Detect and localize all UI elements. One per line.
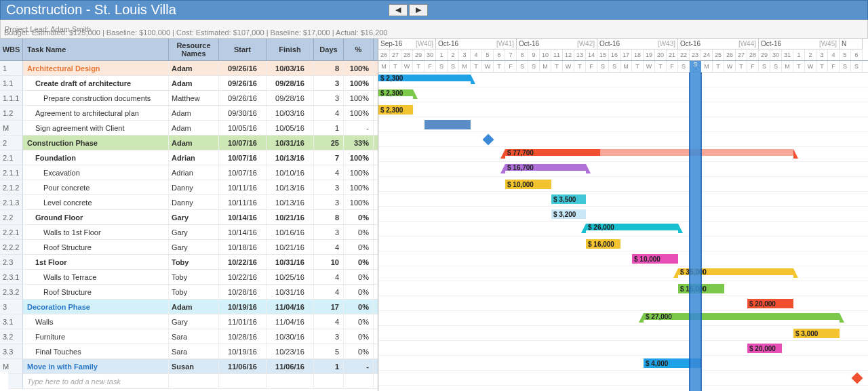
cell-resource[interactable]: Toby	[169, 285, 219, 299]
cell-pct[interactable]: 100%	[344, 91, 374, 105]
gantt-task-bar[interactable]: $ 16,000	[586, 239, 620, 249]
task-row[interactable]: 2.2.2Roof StructureGary10/18/1610/21/164…	[0, 240, 378, 255]
task-row[interactable]: 1.2Agreement to architectural planAdam09…	[0, 106, 378, 121]
cell-days[interactable]: 8	[314, 210, 344, 224]
cell-days[interactable]: 3	[314, 329, 344, 344]
cell-days[interactable]: 4	[314, 165, 344, 180]
cell-start[interactable]: 10/14/16	[219, 210, 267, 224]
gantt-task-bar[interactable]: $ 3,500	[551, 194, 586, 204]
cell-resource[interactable]: Adrian	[169, 150, 219, 165]
cell-finish[interactable]: 11/04/16	[267, 300, 314, 314]
cell-finish[interactable]: 10/03/16	[267, 61, 314, 75]
cell-resource[interactable]: Gary	[169, 210, 219, 224]
cell-finish[interactable]: 11/06/16	[267, 359, 314, 373]
cell-finish[interactable]: 10/13/16	[267, 150, 314, 165]
cell-resource[interactable]: Gary	[169, 240, 219, 254]
gantt-milestone[interactable]	[851, 373, 863, 384]
cell-task-name[interactable]: Foundation	[23, 150, 169, 165]
cell-start[interactable]: 09/26/16	[219, 76, 267, 90]
cell-start[interactable]: 10/28/16	[219, 285, 267, 299]
task-row[interactable]: 2.1.1ExcavationAdrian10/07/1610/10/16410…	[0, 165, 378, 180]
cell-pct[interactable]: 100%	[344, 180, 374, 194]
cell-finish[interactable]: 10/05/16	[267, 121, 314, 135]
cell-days[interactable]: 25	[314, 136, 344, 150]
cell-pct[interactable]: -	[344, 359, 374, 373]
cell-finish[interactable]: 10/13/16	[267, 180, 314, 194]
cell-pct[interactable]: 100%	[344, 106, 374, 120]
cell-resource[interactable]: Gary	[169, 314, 219, 329]
cell-task-name[interactable]: Construction Phase	[23, 136, 169, 150]
gantt-summary-bar[interactable]: $ 27,000	[644, 313, 840, 320]
cell-pct[interactable]: 0%	[344, 210, 374, 224]
col-start[interactable]: Start	[219, 39, 267, 60]
cell-task-name[interactable]: Architectural Design	[23, 61, 169, 75]
gantt-task-bar[interactable]: $ 20,000	[747, 299, 793, 308]
cell-resource[interactable]: Adam	[169, 121, 219, 135]
cell-start[interactable]: 10/14/16	[219, 225, 267, 239]
cell-resource[interactable]: Adam	[169, 76, 219, 90]
cell-days[interactable]: 3	[314, 225, 344, 239]
cell-finish[interactable]: 10/21/16	[267, 240, 314, 254]
cell-days[interactable]: 4	[314, 270, 344, 284]
cell-pct[interactable]: 100%	[344, 150, 374, 165]
cell-pct[interactable]: 100%	[344, 165, 374, 180]
cell-days[interactable]: 4	[314, 314, 344, 329]
gantt-summary-bar[interactable]: $ 77,700	[505, 149, 793, 156]
cell-resource[interactable]: Danny	[169, 195, 219, 209]
cell-resource[interactable]: Adam	[169, 106, 219, 120]
cell-task-name[interactable]: Furniture	[23, 329, 169, 344]
cell-pct[interactable]: 100%	[344, 76, 374, 90]
cell-resource[interactable]: Matthew	[169, 91, 219, 105]
cell-days[interactable]: 3	[314, 180, 344, 194]
cell-task-name[interactable]: Excavation	[23, 165, 169, 180]
cell-finish[interactable]: 09/28/16	[267, 76, 314, 90]
cell-task-name[interactable]: Decoration Phase	[23, 300, 169, 314]
cell-days[interactable]: 3	[314, 195, 344, 209]
cell-resource[interactable]: Susan	[169, 359, 219, 373]
cell-resource[interactable]: Adam	[169, 300, 219, 314]
task-row[interactable]: MSign agreement with ClientAdam10/05/161…	[0, 121, 378, 136]
cell-finish[interactable]: 10/25/16	[267, 270, 314, 284]
task-row[interactable]: 2.1.2Pour concreteDanny10/11/1610/13/163…	[0, 180, 378, 195]
cell-start[interactable]: 10/28/16	[219, 329, 267, 344]
gantt-task-bar[interactable]: $ 10,000	[632, 254, 678, 264]
cell-start[interactable]: 10/22/16	[219, 270, 267, 284]
cell-start[interactable]: 10/22/16	[219, 255, 267, 269]
cell-days[interactable]: 4	[314, 285, 344, 299]
cell-days[interactable]: 17	[314, 300, 344, 314]
cell-task-name[interactable]: Roof Structure	[23, 285, 169, 299]
gantt-task-bar[interactable]	[425, 120, 471, 129]
cell-pct[interactable]: 0%	[344, 240, 374, 254]
cell-start[interactable]: 10/07/16	[219, 136, 267, 150]
cell-finish[interactable]: 09/28/16	[267, 91, 314, 105]
gantt-task-bar[interactable]: $ 3,200	[551, 209, 586, 219]
cell-resource[interactable]: Danny	[169, 180, 219, 194]
cell-task-name[interactable]: Roof Structure	[23, 240, 169, 254]
cell-start[interactable]: 09/26/16	[219, 61, 267, 75]
cell-resource[interactable]: Sara	[169, 329, 219, 344]
cell-pct[interactable]: 0%	[344, 270, 374, 284]
col-pct[interactable]: %	[344, 39, 374, 60]
task-row[interactable]: 2.1.3Level concreteDanny10/11/1610/13/16…	[0, 195, 378, 210]
task-row[interactable]: 2Construction PhaseAdam10/07/1610/31/162…	[0, 136, 378, 150]
col-finish[interactable]: Finish	[267, 39, 314, 60]
cell-finish[interactable]: 10/10/16	[267, 165, 314, 180]
task-row[interactable]: 2.3.1Walls to TerraceToby10/22/1610/25/1…	[0, 270, 378, 285]
cell-task-name[interactable]: Ground Floor	[23, 210, 169, 224]
cell-task-name[interactable]: 1st Floor	[23, 255, 169, 269]
new-task-placeholder[interactable]: Type here to add a new task	[23, 374, 169, 388]
cell-start[interactable]: 10/18/16	[219, 240, 267, 254]
cell-pct[interactable]: 0%	[344, 329, 374, 344]
col-resource[interactable]: Resource Names	[169, 39, 219, 60]
cell-task-name[interactable]: Agreement to architectural plan	[23, 106, 169, 120]
cell-pct[interactable]: 100%	[344, 195, 374, 209]
cell-pct[interactable]: -	[344, 121, 374, 135]
cell-finish[interactable]: 10/16/16	[267, 225, 314, 239]
gantt-task-bar[interactable]: $ 2,300	[378, 105, 413, 115]
cell-task-name[interactable]: Level concrete	[23, 195, 169, 209]
cell-resource[interactable]: Toby	[169, 255, 219, 269]
cell-resource[interactable]: Adam	[169, 61, 219, 75]
task-row[interactable]: 1.1.1Prepare construction documentsMatth…	[0, 91, 378, 106]
cell-pct[interactable]: 0%	[344, 344, 374, 358]
task-row[interactable]: 3.3Final TouchesSara10/19/1610/23/1650%	[0, 344, 378, 359]
